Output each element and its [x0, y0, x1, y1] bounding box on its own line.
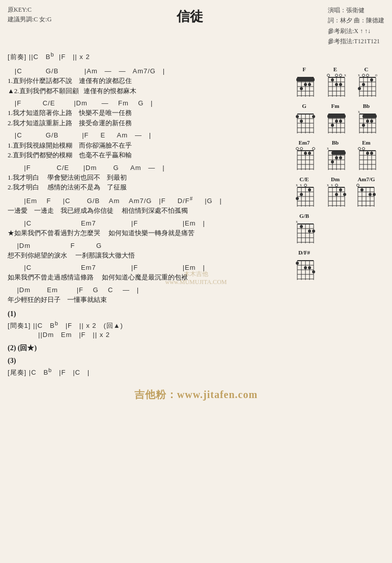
- chord-row-5: G/B x: [290, 213, 387, 245]
- section-3: |C G/B |F E Am — | 1.直到我視線開始模糊 而你卻滿臉不在乎 …: [8, 131, 283, 160]
- part-2-label: (2) (回★): [8, 344, 283, 353]
- svg-point-89: [370, 120, 373, 123]
- chord-7a: |Dm F G: [8, 241, 283, 250]
- svg-point-206: [308, 266, 311, 269]
- svg-point-131: [362, 148, 365, 150]
- chord-Dm: Dm x x: [321, 176, 349, 209]
- svg-point-13: [308, 83, 311, 86]
- svg-point-12: [304, 83, 307, 86]
- section-4: |F C/E |Dm G Am — | 1.我才明白 學會變法術也回不 到最初 …: [8, 163, 283, 192]
- lyrics-3b: 2.直到我們都變的模糊 也毫不在乎贏和輸: [8, 150, 283, 160]
- header: 原KEY:C 建議男調:C 女:G 信徒 演唱：張衛健 詞：林夕 曲：陳德建 參…: [8, 5, 384, 47]
- svg-point-176: [356, 184, 359, 187]
- lyrics-8a: 如果我們不曾走過感情這條路 如何知道心魔是最沉重的包袱: [8, 272, 283, 283]
- svg-text:x: x: [296, 220, 298, 224]
- svg-text:x: x: [331, 183, 333, 187]
- svg-point-26: [339, 74, 342, 77]
- performer: 演唱：張衛健: [328, 5, 384, 15]
- svg-point-148: [300, 193, 303, 196]
- svg-point-45: [370, 78, 373, 81]
- interlude-1: [間奏1] ||C Bb |F || x 2 (回▲): [8, 320, 283, 331]
- part-2: (2) (回★): [8, 344, 283, 353]
- chord-6a: |C Em7 |F |Em |: [8, 219, 283, 228]
- chord-Bb: Bb x: [352, 103, 380, 135]
- svg-point-25: [335, 74, 338, 77]
- chord-Em: Em: [352, 139, 380, 172]
- lyrics-2b: 2.我才知道該重新上路 接受命運的新任務: [8, 118, 283, 128]
- lyrics-2a: 1.我才知道陪著你上路 快樂不是唯一任務: [8, 108, 283, 118]
- svg-point-205: [304, 266, 307, 269]
- part-3-label: (3): [8, 357, 283, 365]
- header-right: 演唱：張衛健 詞：林夕 曲：陳德建 參考刷法:X ↑ ↑↓ 參考指法:T121T…: [328, 5, 384, 47]
- svg-point-41: [362, 74, 365, 77]
- pick-pattern: 參考指法:T121T121: [328, 36, 384, 46]
- section-8: |C Em7 |F |Em | 如果我們不曾走過感情這條路 如何知道心魔是最沉重…: [8, 263, 283, 283]
- svg-point-102: [312, 148, 315, 150]
- lyrics-9a: 年少輕狂的好日子 一懂事就結束: [8, 295, 283, 305]
- svg-point-207: [312, 270, 315, 273]
- lyrics-1a: 1.直到你什麼話都不說 連僅有的淚都忍住: [8, 76, 283, 86]
- chord-row-3: Em7: [290, 139, 387, 172]
- interlude-1b: ||Dm Em |F || x 2: [38, 330, 283, 340]
- svg-text:o: o: [375, 73, 377, 77]
- svg-point-119: [331, 160, 334, 163]
- chord-GB: G/B x: [290, 213, 318, 245]
- svg-point-42: [366, 74, 369, 77]
- svg-rect-10: [296, 78, 315, 81]
- chord-F: F: [290, 66, 318, 99]
- svg-text:x: x: [327, 183, 329, 187]
- svg-point-193: [312, 230, 315, 233]
- svg-point-101: [300, 148, 302, 150]
- lyrics-6a: ★如果我們不曾看過對方怎麼哭 如何知道快樂一轉身就是痛苦: [8, 228, 283, 238]
- svg-point-87: [362, 124, 365, 127]
- chord-diagrams: F: [290, 66, 387, 286]
- svg-rect-116: [331, 151, 346, 155]
- chord-row-6: D/F#: [290, 249, 387, 282]
- svg-point-132: [366, 152, 369, 155]
- svg-point-29: [335, 83, 338, 86]
- svg-point-146: [304, 184, 306, 187]
- svg-point-177: [360, 188, 363, 191]
- lyrics-5a: 一邊愛 一邊走 我已經成為你信徒 相信情到深處不怕孤獨: [8, 206, 283, 216]
- svg-point-130: [358, 148, 360, 150]
- key-info: 原KEY:C: [8, 5, 51, 15]
- chord-9a: |Dm Em |F G C — |: [8, 286, 283, 295]
- svg-point-178: [369, 193, 372, 196]
- svg-point-58: [296, 115, 299, 118]
- footer-brand: 吉他粉：www.jitafen.com: [8, 388, 384, 402]
- svg-point-162: [335, 184, 338, 187]
- chord-4a: |F C/E |Dm G Am — |: [8, 163, 283, 173]
- part-1: (1) [間奏1] ||C Bb |F || x 2 (回▲) ||Dm Em …: [8, 310, 283, 340]
- section-2: |F C/E |Dm — Fm G | 1.我才知道陪著你上路 快樂不是唯一任務…: [8, 99, 283, 128]
- svg-point-72: [331, 124, 334, 127]
- svg-rect-86: [362, 115, 377, 118]
- svg-point-117: [335, 156, 338, 159]
- chord-Em7: Em7: [290, 139, 318, 172]
- song-title: 信徒: [51, 8, 328, 25]
- svg-point-60: [312, 115, 315, 118]
- chord-Bb2: Bb x: [321, 139, 349, 172]
- svg-point-164: [335, 193, 338, 196]
- svg-point-100: [296, 148, 298, 150]
- lyricist: 詞：林夕 曲：陳德建: [328, 15, 384, 25]
- chord-Fm: Fm: [321, 103, 349, 135]
- chord-5a: |Em F |C G/B Am Am7/G |F D/F# |G |: [8, 195, 283, 206]
- chord-DFsharp: D/F#: [290, 249, 318, 282]
- svg-point-47: [358, 87, 361, 90]
- section-9: |Dm Em |F G C — | 年少輕狂的好日子 一懂事就結束: [8, 286, 283, 305]
- chord-C: C x o: [352, 66, 380, 99]
- chord-8a: |C Em7 |F |Em |: [8, 263, 283, 272]
- strum-pattern: 參考刷法:X ↑ ↑↓: [328, 26, 384, 36]
- svg-point-165: [339, 188, 342, 191]
- chord-E: E x: [321, 66, 349, 99]
- section-6: |C Em7 |F |Em | ★如果我們不曾看過對方怎麼哭 如何知道快樂一轉身…: [8, 219, 283, 238]
- svg-point-192: [308, 230, 311, 233]
- section-7: |Dm F G 想不到你絕望的淚水 一刹那讓我大徹大悟: [8, 241, 283, 261]
- svg-rect-71: [327, 115, 346, 118]
- svg-point-191: [300, 225, 303, 228]
- intro-section: [前奏] ||C Bb |F || x 2: [8, 51, 384, 62]
- part-3: (3) [尾奏] |C Bb |F |C |: [8, 357, 283, 378]
- chord-1a: |C G/B |Am — — Am7/G |: [8, 67, 283, 76]
- svg-text:x: x: [296, 183, 298, 187]
- chord-CE: C/E x x: [290, 176, 318, 209]
